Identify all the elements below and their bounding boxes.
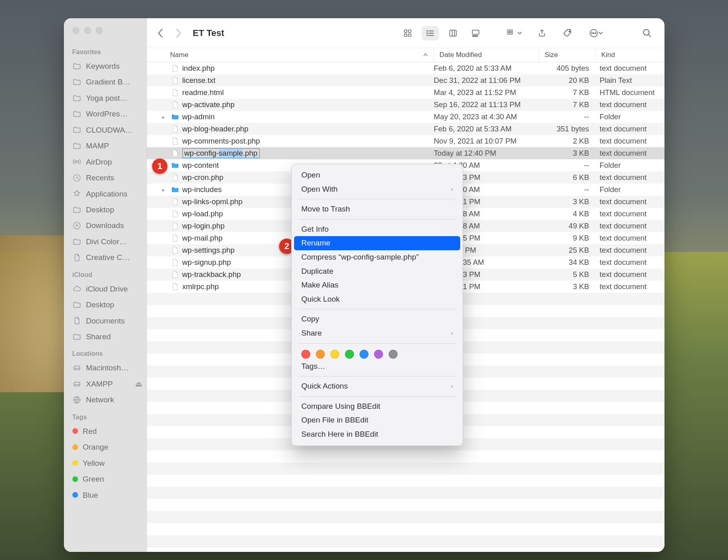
file-row[interactable]: readme.htmlMar 4, 2023 at 11:52 PM7 KBHT…: [147, 87, 665, 99]
menu-item[interactable]: Compare Using BBEdit: [294, 399, 460, 414]
tag-color[interactable]: [301, 350, 310, 359]
column-headers: Name Date Modified Size Kind: [147, 48, 665, 62]
menu-item[interactable]: Copy: [294, 312, 460, 326]
menu-item[interactable]: Tags…: [294, 359, 460, 374]
menu-item[interactable]: Share›: [294, 326, 460, 340]
back-button[interactable]: [156, 27, 165, 40]
menu-item[interactable]: Get Info: [294, 222, 460, 237]
tag-color[interactable]: [316, 350, 325, 359]
file-row[interactable]: wp-activate.phpSep 16, 2022 at 11:13 PM7…: [147, 99, 665, 111]
sidebar-item-label: Orange: [83, 441, 108, 453]
file-name: readme.html: [181, 88, 434, 97]
menu-item[interactable]: Rename: [294, 236, 460, 250]
sidebar-item[interactable]: Red: [64, 423, 146, 439]
file-icon: [169, 258, 181, 267]
menu-item[interactable]: Quick Look: [294, 292, 460, 306]
file-kind: text document: [596, 137, 665, 146]
file-row[interactable]: wp-blog-header.phpFeb 6, 2020 at 5:33 AM…: [147, 123, 665, 135]
menu-item[interactable]: Compress “wp-config-sample.php”: [294, 250, 460, 264]
file-row[interactable]: wp-comments-post.phpNov 9, 2021 at 10:07…: [147, 135, 665, 147]
sidebar-item[interactable]: AirDrop: [64, 154, 146, 170]
sidebar-item[interactable]: Macintosh…: [64, 360, 146, 376]
column-date[interactable]: Date Modified: [434, 48, 539, 62]
menu-item[interactable]: Open With›: [294, 182, 460, 197]
file-row[interactable]: wp-config-sample.phpToday at 12:40 PM3 K…: [147, 147, 665, 159]
menu-item[interactable]: Make Alias: [294, 278, 460, 292]
disclosure-triangle[interactable]: ▸: [158, 114, 169, 120]
sidebar-item[interactable]: XAMPP⏏︎: [64, 376, 146, 392]
sidebar-item[interactable]: iCloud Drive: [64, 281, 146, 297]
actions-button[interactable]: [585, 26, 606, 40]
file-row[interactable]: license.txtDec 31, 2022 at 11:06 PM20 KB…: [147, 74, 665, 87]
submenu-chevron-icon: ›: [451, 329, 453, 338]
view-icon-button[interactable]: [399, 26, 416, 40]
sidebar-item[interactable]: Orange: [64, 439, 146, 455]
tag-color[interactable]: [389, 350, 398, 359]
file-kind: Folder: [596, 185, 665, 194]
sidebar-item[interactable]: Divi Color…: [64, 234, 146, 249]
menu-item-label: Open With: [301, 184, 338, 195]
sidebar-item[interactable]: Desktop: [64, 202, 146, 218]
sidebar-item[interactable]: Yoga post…: [64, 90, 146, 106]
disclosure-triangle[interactable]: ▸: [158, 187, 169, 193]
search-button[interactable]: [639, 26, 656, 40]
view-columns-button[interactable]: [444, 26, 461, 40]
folder-icon: [72, 78, 81, 87]
maximize-button[interactable]: [96, 27, 103, 34]
menu-item[interactable]: Search Here in BBEdit: [294, 427, 460, 442]
sidebar-item[interactable]: Gradient B…: [64, 74, 146, 90]
column-size[interactable]: Size: [539, 48, 596, 62]
sidebar-item[interactable]: Green: [64, 471, 146, 487]
sidebar-item[interactable]: Desktop: [64, 297, 146, 313]
sidebar-item[interactable]: Shared: [64, 329, 146, 344]
sidebar-item[interactable]: Applications: [64, 186, 146, 202]
cloud-icon: [72, 284, 81, 293]
sidebar-item[interactable]: Recents: [64, 170, 146, 186]
view-list-button[interactable]: [422, 26, 439, 40]
file-size: 2 KB: [539, 137, 596, 146]
tag-color[interactable]: [374, 350, 383, 359]
file-row[interactable]: index.phpFeb 6, 2020 at 5:33 AM405 bytes…: [147, 62, 665, 74]
file-row[interactable]: ▸wp-adminMay 20, 2023 at 4:30 AM--Folder: [147, 111, 665, 123]
sidebar-item[interactable]: CLOUDWA…: [64, 122, 146, 138]
sidebar-item[interactable]: Network: [64, 392, 146, 408]
column-name[interactable]: Name: [147, 48, 434, 62]
column-kind[interactable]: Kind: [596, 48, 665, 62]
submenu-chevron-icon: ›: [451, 382, 453, 391]
sidebar-item[interactable]: Creative C…: [64, 249, 146, 265]
sidebar-item-label: Keywords: [86, 60, 120, 72]
sidebar-item[interactable]: WordPres…: [64, 106, 146, 122]
sidebar-item[interactable]: Blue: [64, 487, 146, 503]
page-title: ET Test: [193, 28, 224, 38]
rename-input[interactable]: wp-config-sample.php: [182, 148, 260, 158]
sidebar-item[interactable]: MAMP: [64, 138, 146, 154]
tag-color[interactable]: [330, 350, 339, 359]
menu-item[interactable]: Open: [294, 168, 460, 182]
minimize-button[interactable]: [84, 27, 91, 34]
group-by-button[interactable]: [504, 26, 525, 40]
share-button[interactable]: [533, 26, 550, 40]
svg-rect-18: [449, 30, 456, 36]
tag-color[interactable]: [360, 350, 368, 359]
forward-button[interactable]: [174, 27, 183, 40]
svg-point-34: [643, 30, 649, 35]
menu-item-label: Copy: [301, 314, 319, 325]
sidebar-item[interactable]: Documents: [64, 313, 146, 329]
menu-item[interactable]: Duplicate: [294, 264, 460, 279]
view-gallery-button[interactable]: [467, 26, 484, 40]
menu-item[interactable]: Move to Trash: [294, 202, 460, 216]
file-size: 3 KB: [539, 149, 596, 158]
menu-item[interactable]: Open File in BBEdit: [294, 413, 460, 427]
file-kind: text document: [596, 149, 665, 158]
close-button[interactable]: [72, 27, 79, 34]
menu-item[interactable]: Quick Actions›: [294, 379, 460, 393]
sidebar-item[interactable]: Downloads: [64, 218, 146, 233]
sidebar-item[interactable]: Keywords: [64, 58, 146, 74]
tag-color[interactable]: [345, 350, 354, 359]
sidebar-item[interactable]: Yellow: [64, 455, 146, 471]
menu-item-label: Search Here in BBEdit: [301, 429, 378, 440]
folder-icon: [169, 112, 181, 121]
file-size: 34 KB: [539, 258, 596, 267]
tags-button[interactable]: [559, 26, 576, 40]
eject-icon[interactable]: ⏏︎: [135, 378, 142, 390]
